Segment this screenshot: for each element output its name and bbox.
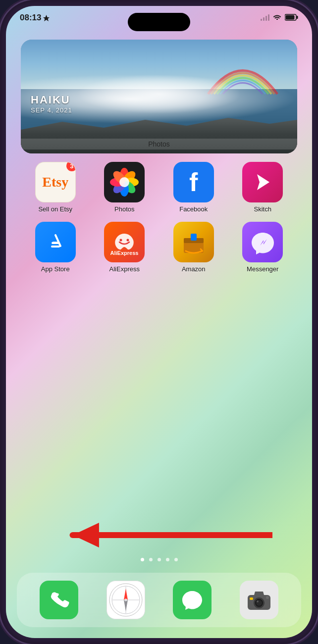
dock-icon-camera [240, 581, 278, 619]
page-dot-5 [174, 558, 178, 561]
svg-point-11 [119, 177, 129, 187]
signal-bar-3 [265, 16, 267, 21]
dock-app-safari[interactable] [106, 581, 145, 619]
app-icon-photos [104, 162, 145, 202]
svg-point-13 [126, 239, 129, 241]
messenger-label: Messenger [247, 265, 278, 273]
app-item-facebook[interactable]: f Facebook [169, 162, 218, 213]
app-item-etsy[interactable]: Etsy 3 Sell on Etsy [31, 162, 80, 213]
svg-rect-17 [191, 234, 197, 241]
dock-app-camera[interactable] [240, 581, 278, 619]
status-right [261, 13, 298, 22]
app-icon-etsy: Etsy 3 [35, 162, 76, 202]
appstore-label: App Store [41, 265, 70, 273]
location-icon [43, 15, 50, 21]
app-item-aliexpress[interactable]: AliExpress AliExpress [100, 222, 149, 273]
widget-photo-bg: HAIKU SEP 4, 2021 [21, 40, 297, 153]
svg-text:AliExpress: AliExpress [110, 250, 138, 256]
page-dots [6, 558, 312, 561]
app-icon-aliexpress: AliExpress [104, 222, 145, 262]
phone-outer: 08:13 [0, 0, 318, 644]
app-icon-appstore [35, 222, 76, 262]
dock [17, 573, 301, 627]
arrow-annotation [31, 510, 272, 550]
messages-svg [180, 588, 204, 612]
camera-logo [240, 581, 278, 619]
app-icon-messenger [242, 222, 283, 262]
time-display: 08:13 [20, 13, 41, 23]
dock-icon-messages [173, 581, 212, 619]
app-row-2: App Store [21, 222, 297, 273]
app-icon-skitch [242, 162, 283, 202]
skitch-arrow-icon [250, 169, 275, 195]
battery-icon [285, 14, 298, 21]
phone-screen: 08:13 [6, 6, 312, 638]
amazon-label: Amazon [182, 265, 206, 273]
aliexpress-label: AliExpress [109, 265, 140, 273]
wave-spray-2 [76, 74, 242, 114]
page-dot-2 [149, 558, 153, 561]
dock-icon-safari [106, 581, 145, 619]
svg-point-12 [119, 239, 122, 241]
app-item-appstore[interactable]: App Store [31, 222, 80, 273]
svg-marker-19 [73, 523, 99, 547]
haiku-text: HAIKU SEP 4, 2021 [31, 94, 72, 114]
svg-rect-2 [286, 15, 295, 20]
wifi-icon [273, 13, 281, 22]
widget-photos[interactable]: HAIKU SEP 4, 2021 Photos [21, 40, 297, 153]
red-arrow-svg [31, 510, 272, 550]
phone-svg [49, 590, 69, 610]
svg-point-30 [257, 600, 259, 602]
messenger-logo [242, 222, 283, 262]
photos-label: Photos [114, 205, 134, 213]
phone-logo [40, 581, 78, 619]
page-dot-3 [158, 558, 161, 561]
facebook-label: Facebook [179, 205, 208, 213]
dock-app-messages[interactable] [173, 581, 212, 619]
skitch-label: Skitch [254, 205, 271, 213]
dock-app-phone[interactable] [40, 581, 78, 619]
app-row-1: Etsy 3 Sell on Etsy [21, 162, 297, 213]
app-item-skitch[interactable]: Skitch [238, 162, 287, 213]
dynamic-island [128, 13, 190, 31]
photos-flower-icon [107, 165, 141, 199]
app-icon-amazon [173, 222, 214, 262]
app-item-messenger[interactable]: Messenger [238, 222, 287, 273]
app-item-amazon[interactable]: Amazon [169, 222, 218, 273]
safari-svg [108, 583, 143, 617]
appstore-svg [43, 229, 68, 255]
svg-point-32 [266, 596, 269, 599]
signal-bar-4 [268, 14, 269, 21]
messages-logo [173, 581, 212, 619]
svg-rect-1 [297, 16, 298, 19]
etsy-label: Sell on Etsy [38, 205, 72, 213]
signal-bar-2 [263, 17, 265, 21]
app-icon-facebook: f [173, 162, 214, 202]
appstore-logo [35, 222, 76, 262]
amazon-svg [179, 227, 209, 257]
dock-icon-phone [40, 581, 78, 619]
svg-rect-31 [250, 597, 253, 600]
haiku-date: SEP 4, 2021 [31, 106, 72, 114]
safari-logo [107, 581, 145, 619]
aliexpress-svg: AliExpress [108, 226, 141, 258]
camera-svg [246, 588, 272, 612]
app-item-photos[interactable]: Photos [100, 162, 149, 213]
page-dot-4 [166, 558, 169, 561]
signal-bar-1 [261, 19, 262, 21]
signal-bars [261, 14, 269, 21]
app-grid: Etsy 3 Sell on Etsy [21, 162, 297, 282]
messenger-svg [249, 229, 276, 256]
widget-caption: Photos [21, 139, 297, 149]
facebook-logo: f [189, 167, 198, 197]
page-dot-1 [141, 558, 144, 561]
aliexpress-logo: AliExpress [104, 222, 145, 262]
haiku-title: HAIKU [31, 94, 72, 106]
amazon-logo [173, 222, 214, 262]
status-time: 08:13 [20, 13, 50, 23]
